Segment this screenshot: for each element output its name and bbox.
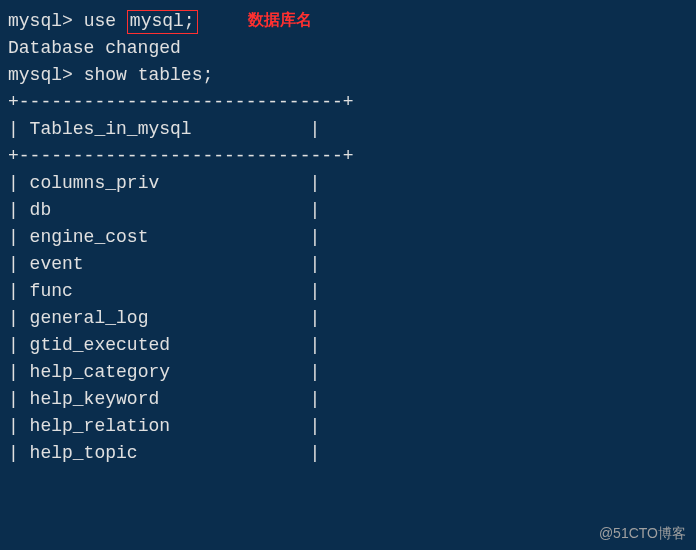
watermark: @51CTO博客	[599, 523, 686, 544]
table-row: | help_relation|	[8, 413, 696, 440]
table-row: | help_keyword|	[8, 386, 696, 413]
prompt: mysql>	[8, 65, 73, 85]
cmd-use-text: use	[84, 11, 127, 31]
table-row: | func|	[8, 278, 696, 305]
terminal-line-use: mysql> use mysql;数据库名	[8, 8, 696, 35]
table-row: | gtid_executed|	[8, 332, 696, 359]
table-row: | db|	[8, 197, 696, 224]
prompt: mysql>	[8, 11, 73, 31]
table-border-top: +------------------------------+	[8, 89, 696, 116]
cmd-use-highlighted: mysql;	[127, 10, 198, 34]
table-row: | columns_priv|	[8, 170, 696, 197]
table-row: | event|	[8, 251, 696, 278]
table-row: | help_topic|	[8, 440, 696, 467]
table-header: Tables_in_mysql	[30, 116, 310, 143]
terminal-line-show: mysql> show tables;	[8, 62, 696, 89]
table-header-row: | Tables_in_mysql|	[8, 116, 696, 143]
table-row: | help_category|	[8, 359, 696, 386]
table-border-mid: +------------------------------+	[8, 143, 696, 170]
annotation-db-name: 数据库名	[248, 8, 312, 32]
table-row: | general_log|	[8, 305, 696, 332]
table-row: | engine_cost|	[8, 224, 696, 251]
cmd-show: show tables;	[84, 65, 214, 85]
terminal-line-response: Database changed	[8, 35, 696, 62]
